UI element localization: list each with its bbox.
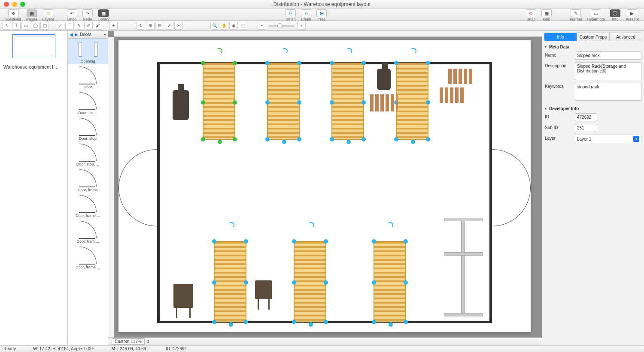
pen-tool[interactable]: ✎ [75, 22, 83, 30]
redo-button[interactable]: ↷Redo [80, 9, 95, 21]
rotate-handle-icon[interactable] [308, 222, 314, 228]
tab-custom-props[interactable]: Custom Props [577, 33, 610, 41]
library-menu-button[interactable]: ▾ [104, 32, 106, 37]
sloped-rack[interactable] [214, 241, 246, 322]
rotate-handle-icon[interactable] [410, 48, 416, 54]
pallet-rack-shape[interactable] [370, 94, 398, 111]
rounded-rect-tool[interactable]: ▢ [40, 22, 49, 30]
page-thumbnail[interactable] [12, 34, 55, 58]
close-window-button[interactable] [4, 2, 9, 7]
solutions-button[interactable]: ❖Solutions [3, 9, 24, 21]
brush-tool[interactable]: 🖌 [94, 22, 102, 30]
format-button[interactable]: ✎Format [567, 9, 585, 21]
library-item-door-thr[interactable]: Door, thr ... [68, 90, 108, 116]
tab-advanced[interactable]: Advanced [610, 33, 642, 41]
pallet-shape[interactable] [448, 69, 472, 84]
snap-button[interactable]: ⊙Snap [523, 9, 539, 21]
library-item-door-stop2[interactable]: Door, stop, ... [68, 141, 108, 167]
present-button[interactable]: ▶Present [623, 9, 641, 21]
pan-tool[interactable]: ✋ [220, 22, 228, 30]
library-item-door-frame2[interactable]: Door, frame ... [68, 193, 108, 219]
rotate-handle-icon[interactable] [228, 222, 234, 228]
library-item-door[interactable]: Door [68, 64, 108, 90]
sloped-rack[interactable] [374, 241, 406, 322]
arc-tool[interactable]: ⌒ [65, 22, 74, 30]
subid-input[interactable]: 251 [575, 124, 597, 132]
description-input[interactable]: Sloped Rack[Storage and Distribution.cdl… [575, 62, 641, 80]
shelving-unit[interactable] [444, 218, 483, 316]
rect-tool[interactable]: ▭ [21, 22, 30, 30]
sloped-rack[interactable] [294, 241, 326, 322]
pencil-tool[interactable]: ✐ [84, 22, 93, 30]
tree-connector-button[interactable]: ⊟Tree [314, 9, 329, 21]
drawing-page[interactable] [118, 40, 531, 332]
eyedropper-tool[interactable]: ◉ [229, 22, 238, 30]
library-item-door-fram[interactable]: Door, fram ... [68, 219, 108, 244]
sloped-rack[interactable] [203, 63, 235, 140]
pallet-shape[interactable] [440, 87, 464, 103]
zoom-level[interactable]: Custom 117% [112, 338, 145, 345]
align-tool[interactable]: ⊞ [146, 22, 155, 30]
horizontal-ruler[interactable] [114, 31, 542, 37]
library-item-door-frame3[interactable]: Door, frame ... [68, 244, 108, 270]
zoom-fit-button[interactable]: 🔍 [210, 22, 219, 30]
rotate-handle-icon[interactable] [282, 48, 288, 54]
canvas-viewport[interactable] [114, 37, 542, 337]
sloped-rack[interactable] [396, 63, 428, 140]
name-input[interactable]: Sloped rack [575, 51, 641, 60]
zoom-slider[interactable] [269, 25, 295, 27]
hand-truck-shape[interactable] [377, 69, 391, 90]
keywords-input[interactable]: sloped rack [575, 83, 641, 101]
pages-button[interactable]: ▦Pages [24, 9, 40, 21]
id-input[interactable]: 472692 [575, 113, 597, 121]
grid-button[interactable]: ▦Grid [539, 9, 554, 21]
text-tool[interactable]: T [12, 22, 21, 30]
layers-button[interactable]: ≣Layers [40, 9, 57, 21]
sloped-rack[interactable] [331, 63, 364, 140]
rotate-tool[interactable]: ↻ [137, 22, 145, 30]
zoom-out-button[interactable]: − [258, 22, 266, 30]
rotate-handle-icon[interactable] [387, 222, 393, 228]
stamp-tool[interactable]: ✦ [109, 22, 118, 30]
line-tool[interactable]: ／ [56, 22, 64, 30]
library-item-opening[interactable]: Opening [68, 39, 108, 64]
library-item-door-frame[interactable]: Door, frame [68, 167, 108, 193]
door-shape[interactable] [118, 149, 157, 188]
door-shape[interactable] [118, 188, 157, 226]
library-next-button[interactable]: ▶ [75, 32, 78, 37]
section-meta-data[interactable]: Meta Data [544, 44, 642, 50]
smart-connector-button[interactable]: ⎘Smart [283, 9, 298, 21]
library-prev-button[interactable]: ◀ [70, 32, 73, 37]
distribute-tool[interactable]: ⊟ [155, 22, 164, 30]
library-category[interactable]: Doors [80, 32, 102, 37]
flip-tool[interactable]: ⤢ [165, 22, 173, 30]
zoom-stepper-icon[interactable]: ⇕ [146, 339, 150, 344]
warehouse-walls[interactable] [157, 62, 492, 323]
hypernote-button[interactable]: ▭Hypernote [584, 9, 608, 21]
pointer-tool[interactable]: ↖ [3, 22, 11, 30]
info-button[interactable]: ⓘInfo [608, 9, 623, 21]
selector-tool[interactable]: ⬚ [239, 22, 247, 30]
library-item-door-stop[interactable]: Door, stop [68, 116, 108, 141]
zoom-window-button[interactable] [20, 2, 25, 7]
rotate-handle-icon[interactable] [346, 48, 352, 54]
forklift-shape[interactable] [173, 90, 189, 120]
cart-shape[interactable] [173, 284, 193, 308]
section-developer-info[interactable]: Developer Info [544, 105, 642, 112]
undo-button[interactable]: ↶Undo [64, 9, 80, 21]
rotate-handle-icon[interactable] [216, 48, 222, 54]
cart-shape[interactable] [255, 280, 272, 299]
door-shape[interactable] [492, 149, 531, 188]
library-item-label: Door, fram ... [76, 239, 99, 244]
layer-select[interactable]: Layer 1▾ [575, 135, 641, 143]
door-shape[interactable] [492, 188, 531, 226]
tab-info[interactable]: Info [544, 33, 577, 41]
sloped-rack[interactable] [267, 63, 300, 140]
minimize-window-button[interactable] [12, 2, 17, 7]
chain-connector-button[interactable]: ⎋Chain [298, 9, 314, 21]
library-button[interactable]: ▦Library [95, 9, 112, 21]
cut-tool[interactable]: ✂ [174, 22, 183, 30]
ellipse-tool[interactable]: ◯ [31, 22, 39, 30]
zoom-in-button[interactable]: ＋ [297, 22, 306, 30]
vertical-ruler[interactable] [108, 37, 114, 337]
